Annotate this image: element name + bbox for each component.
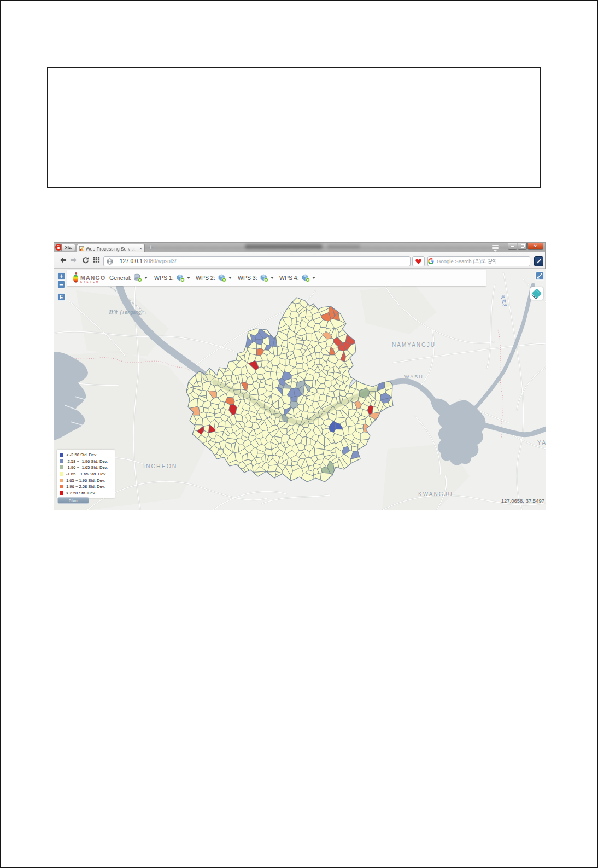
heart-icon	[415, 259, 421, 264]
mango-logo-icon	[73, 272, 79, 283]
document-page: Web Processing Services × + ×	[0, 0, 598, 868]
legend-entry: < -2.58 Std. Dev.	[60, 452, 115, 458]
zoom-out-button[interactable]: −	[57, 281, 65, 288]
legend-label: > 2.58 Std. Dev.	[66, 491, 96, 496]
legend-swatch	[60, 459, 63, 463]
app-toolbar: MANGO SYSTEM General:WPS 1:WPS 2:WPS 3:W…	[67, 270, 486, 286]
apps-grid-icon[interactable]	[93, 257, 100, 263]
chevron-down-icon	[144, 277, 148, 279]
map-viewport[interactable]: NAMYANGJUWABUINCHEONKWANGJUYAN (Hangang)	[54, 269, 546, 510]
toolbar-menu-wps2[interactable]: WPS 2:	[196, 270, 232, 286]
mouse-coordinates: 127.0658, 37.5497	[500, 498, 544, 504]
tab-favicon	[79, 246, 84, 251]
menu-label: WPS 1:	[154, 275, 174, 281]
mango-brand: MANGO SYSTEM	[73, 272, 105, 283]
legend-label: -2.58 ~ -1.96 Std. Dev.	[66, 459, 108, 464]
map-place-label: INCHEON	[143, 463, 177, 469]
browser-menu-label	[65, 245, 73, 250]
window-buttons: ×	[507, 243, 543, 250]
minimize-icon	[511, 246, 514, 247]
browser-addressbar: 127.0.0.1:8080/wpsol3/ Google Search ()	[54, 252, 545, 269]
cube-icon	[301, 273, 310, 282]
layers-icon	[531, 288, 543, 299]
browser-window: Web Processing Services × + ×	[54, 242, 546, 510]
close-icon: ×	[534, 244, 537, 249]
map-place-label: KWANGJU	[418, 491, 453, 497]
tab-title: Web Processing Services	[86, 246, 137, 252]
cube-icon	[260, 273, 268, 282]
chevron-down-icon	[312, 277, 315, 279]
quick-launch-button[interactable]	[534, 256, 543, 266]
google-g-icon	[428, 258, 434, 264]
new-tab-button[interactable]: +	[147, 244, 155, 251]
brand-subtitle: SYSTEM	[80, 281, 105, 283]
browser-titlebar: Web Processing Services × + ×	[54, 243, 545, 252]
zoom-in-button[interactable]: +	[57, 272, 65, 280]
legend-swatch	[60, 465, 63, 469]
legend-panel: < -2.58 Std. Dev.-2.58 ~ -1.96 Std. Dev.…	[57, 450, 115, 498]
cube-icon	[218, 273, 226, 282]
edit-tool-button[interactable]: E	[57, 293, 65, 301]
url-text: 127.0.0.1:8080/wpsol3/	[120, 258, 176, 264]
legend-swatch	[60, 453, 63, 457]
search-placeholder: Google Search ()	[437, 258, 497, 264]
menu-label: WPS 3:	[238, 275, 257, 281]
legend-entry: -1.96 ~ -1.65 Std. Dev.	[60, 464, 115, 471]
legend-entry: 1.65 ~ 1.96 Std. Dev.	[60, 477, 115, 483]
legend-label: -1.96 ~ -1.65 Std. Dev.	[66, 465, 108, 470]
back-button-icon[interactable]	[60, 257, 67, 264]
map-place-label: YAN	[537, 439, 546, 446]
menu-label: General:	[109, 275, 131, 281]
toolbar-menu-wps3[interactable]: WPS 3:	[238, 270, 274, 286]
toolbar-menu-wps4[interactable]: WPS 4:	[279, 270, 315, 286]
legend-entry: -1.65 ~ 1.65 Std. Dev.	[60, 471, 115, 477]
cube-icon	[176, 273, 185, 282]
map-place-label: NAMYANGJU	[392, 342, 436, 348]
empty-text-box	[47, 67, 541, 188]
close-button[interactable]: ×	[527, 243, 543, 250]
database-icon	[133, 273, 142, 282]
browser-menu-button[interactable]	[61, 244, 75, 251]
restore-button[interactable]	[518, 243, 527, 250]
base-map: NAMYANGJUWABUINCHEONKWANGJUYAN (Hangang)	[54, 269, 546, 510]
pen-icon	[536, 258, 542, 264]
chevron-down-icon	[228, 277, 232, 279]
forward-button-icon[interactable]	[70, 257, 77, 264]
legend-label: 1.96 ~ 2.58 Std. Dev.	[66, 484, 105, 489]
site-globe-icon	[107, 258, 113, 265]
scale-bar: 5 km	[57, 497, 89, 504]
legend-label: < -2.58 Std. Dev.	[66, 452, 97, 457]
refresh-button-icon[interactable]	[82, 257, 89, 264]
background-window-smudge	[245, 244, 323, 249]
legend-swatch	[60, 479, 63, 482]
restore-icon	[521, 244, 524, 248]
search-field[interactable]: Google Search ()	[427, 256, 530, 266]
legend-label: 1.65 ~ 1.96 Std. Dev.	[66, 478, 105, 483]
toolbar-menu-general[interactable]: General:	[109, 270, 148, 286]
legend-entry: > 2.58 Std. Dev.	[60, 490, 115, 497]
chevron-down-icon	[271, 277, 274, 279]
window-menu-icon[interactable]	[492, 245, 499, 251]
svg-text:): )	[140, 310, 143, 315]
map-svg: NAMYANGJUWABUINCHEONKWANGJUYAN (Hangang)	[54, 269, 546, 510]
menu-label: WPS 2:	[196, 275, 215, 281]
chevron-down-icon	[187, 277, 190, 279]
url-separator	[116, 258, 116, 265]
legend-swatch	[60, 472, 63, 476]
bookmark-button[interactable]	[412, 256, 425, 266]
tab-close-icon[interactable]: ×	[139, 246, 142, 251]
fullscreen-arrows-icon	[537, 273, 543, 279]
legend-entry: -2.58 ~ -1.96 Std. Dev.	[60, 458, 115, 465]
layer-switcher-button[interactable]	[530, 287, 543, 300]
toolbar-menu-wps1[interactable]: WPS 1:	[154, 270, 190, 286]
url-field[interactable]: 127.0.0.1:8080/wpsol3/	[103, 256, 411, 266]
minimize-button[interactable]	[508, 243, 517, 250]
map-place-label: WABU	[404, 374, 424, 380]
legend-entry: 1.96 ~ 2.58 Std. Dev.	[60, 483, 115, 490]
legend-label: -1.65 ~ 1.65 Std. Dev.	[66, 471, 107, 476]
browser-tab[interactable]: Web Processing Services ×	[77, 244, 145, 252]
legend-swatch	[60, 491, 63, 495]
background-window-smudge-2	[327, 245, 360, 248]
menu-label: WPS 4:	[279, 275, 299, 281]
fullscreen-button[interactable]	[536, 272, 544, 280]
